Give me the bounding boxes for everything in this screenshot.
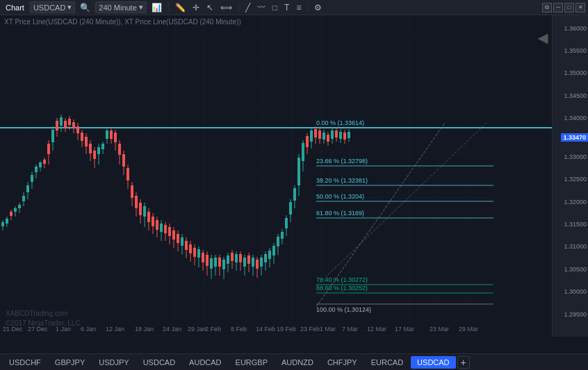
watermark: XABCDTrading.com ©2017 NinjaTrader, LLC xyxy=(6,309,81,328)
svg-text:50.00 % (1.3204): 50.00 % (1.3204) xyxy=(316,193,364,200)
svg-rect-103 xyxy=(131,185,133,198)
svg-rect-173 xyxy=(277,237,279,246)
svg-rect-163 xyxy=(256,260,259,269)
minimize-button[interactable]: ─ xyxy=(553,3,563,12)
chart-subtitle: XT Price Line(USDCAD (240 Minute)), XT P… xyxy=(4,18,241,26)
svg-rect-159 xyxy=(247,255,250,264)
pointer-icon[interactable]: ↖ xyxy=(204,3,215,12)
svg-rect-199 xyxy=(331,131,334,139)
bottom-tabs: USDCHF GBPJPY USDJPY USDCAD AUDCAD EURGB… xyxy=(0,353,588,370)
price-1.325: 1.32500 xyxy=(564,176,587,183)
settings-icon[interactable]: ⚙ xyxy=(312,3,324,12)
svg-rect-113 xyxy=(152,217,154,226)
pencil-icon[interactable]: ✏️ xyxy=(173,3,188,12)
tab-gbpjpy[interactable]: GBPJPY xyxy=(49,356,91,369)
tab-usdchf[interactable]: USDCHF xyxy=(3,356,47,369)
fibonacci-icon[interactable]: 〰 xyxy=(255,3,268,12)
add-tab-button[interactable]: + xyxy=(457,356,470,369)
text-icon[interactable]: T xyxy=(282,3,291,12)
chart-container: XT Price Line(USDCAD (240 Minute)), XT P… xyxy=(0,15,588,353)
shapes-icon[interactable]: □ xyxy=(270,3,279,12)
svg-rect-175 xyxy=(281,232,284,239)
svg-rect-43 xyxy=(6,219,8,224)
svg-rect-185 xyxy=(302,143,304,161)
svg-rect-179 xyxy=(289,202,292,215)
timeframe-dropdown-arrow: ▾ xyxy=(139,3,143,12)
chart-label: Chart xyxy=(3,3,27,12)
svg-rect-97 xyxy=(118,144,121,155)
svg-rect-197 xyxy=(327,135,329,142)
svg-rect-99 xyxy=(122,154,125,167)
restore-button[interactable]: ⧉ xyxy=(542,3,552,12)
separator-1 xyxy=(168,3,169,12)
price-1.360: 1.36000 xyxy=(564,25,587,32)
svg-text:29 Jan: 29 Jan xyxy=(188,326,206,333)
symbol-dropdown[interactable]: USDCAD ▾ xyxy=(30,1,75,13)
maximize-button[interactable]: □ xyxy=(564,3,574,12)
main-chart-svg[interactable]: 0.00 % (1.33614) 23.66 % (1.32798) 38.20… xyxy=(0,15,552,337)
svg-rect-141 xyxy=(210,258,213,269)
svg-rect-47 xyxy=(14,208,17,212)
svg-text:23 Feb: 23 Feb xyxy=(300,326,320,333)
svg-rect-135 xyxy=(197,249,200,258)
svg-rect-111 xyxy=(147,212,150,222)
measure-icon[interactable]: ⟺ xyxy=(218,3,234,12)
svg-rect-149 xyxy=(227,255,229,264)
svg-rect-201 xyxy=(335,131,338,137)
tab-audnzd[interactable]: AUDNZD xyxy=(275,356,320,369)
svg-text:2 Feb: 2 Feb xyxy=(205,326,221,333)
svg-rect-55 xyxy=(31,175,33,182)
watermark-line2: ©2017 NinjaTrader, LLC xyxy=(6,319,81,328)
svg-rect-73 xyxy=(68,119,71,125)
tab-usdcad-active[interactable]: USDCAD xyxy=(411,356,455,369)
tab-usdjpy[interactable]: USDJPY xyxy=(92,356,135,369)
tab-chfjpy[interactable]: CHFJPY xyxy=(321,356,364,369)
svg-rect-151 xyxy=(231,253,234,261)
price-1.355: 1.35500 xyxy=(564,47,587,54)
svg-rect-181 xyxy=(293,188,296,201)
price-1.340: 1.34000 xyxy=(564,115,587,121)
svg-rect-75 xyxy=(72,122,75,128)
svg-rect-101 xyxy=(126,168,129,180)
svg-rect-147 xyxy=(222,260,225,269)
svg-text:19 Feb: 19 Feb xyxy=(277,326,296,333)
tab-usdcad-1[interactable]: USDCAD xyxy=(137,356,181,369)
svg-rect-167 xyxy=(264,254,267,262)
svg-rect-145 xyxy=(218,258,221,267)
line-tool-icon[interactable]: ╱ xyxy=(243,3,252,12)
svg-rect-83 xyxy=(89,144,92,153)
bar-chart-icon[interactable]: 📊 xyxy=(149,3,164,12)
svg-rect-91 xyxy=(106,131,108,139)
svg-text:76.40 % (1.30272): 76.40 % (1.30272) xyxy=(316,276,368,283)
svg-rect-169 xyxy=(268,251,271,259)
svg-text:18 Jan: 18 Jan xyxy=(135,326,154,333)
svg-rect-67 xyxy=(56,121,58,131)
svg-rect-207 xyxy=(348,132,350,138)
close-button[interactable]: ✕ xyxy=(575,3,585,12)
current-price-label: 1.33470 xyxy=(561,133,588,142)
price-1.320: 1.32000 xyxy=(564,199,587,205)
svg-rect-59 xyxy=(39,162,42,167)
svg-rect-109 xyxy=(143,206,146,217)
price-1.305: 1.30500 xyxy=(564,266,587,273)
svg-rect-203 xyxy=(339,132,342,139)
tab-eurcad[interactable]: EURCAD xyxy=(365,356,409,369)
svg-rect-77 xyxy=(76,126,79,133)
svg-rect-51 xyxy=(22,196,25,201)
svg-rect-81 xyxy=(85,137,88,146)
tab-audcad[interactable]: AUDCAD xyxy=(183,356,227,369)
svg-rect-191 xyxy=(314,129,317,137)
search-icon[interactable]: 🔍 xyxy=(78,3,92,12)
price-1.330: 1.33000 xyxy=(564,153,587,160)
svg-text:1 Mar: 1 Mar xyxy=(320,326,336,333)
timeframe-dropdown[interactable]: 240 Minute ▾ xyxy=(95,1,146,13)
more-tools-icon[interactable]: ≡ xyxy=(294,3,303,12)
svg-rect-69 xyxy=(60,117,63,126)
svg-rect-93 xyxy=(110,131,113,139)
svg-text:6 Jan: 6 Jan xyxy=(81,326,96,333)
svg-rect-49 xyxy=(18,205,21,208)
price-1.345: 1.34500 xyxy=(564,92,587,99)
svg-rect-153 xyxy=(235,254,238,262)
crosshair-icon[interactable]: ✛ xyxy=(190,3,202,12)
tab-eurgbp[interactable]: EURGBP xyxy=(229,356,274,369)
